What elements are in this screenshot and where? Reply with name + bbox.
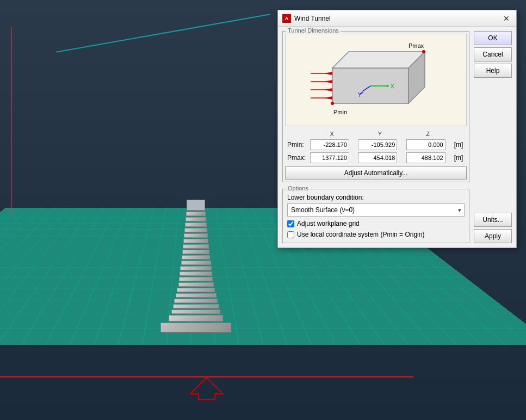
apply-button[interactable]: Apply [474,229,512,243]
dialog-title: Wind Tunnel [294,15,501,22]
cancel-button[interactable]: Cancel [474,47,512,61]
wind-tunnel-dialog: A Wind Tunnel ✕ Tunnel Dimensions [277,10,517,248]
units-button[interactable]: Units... [474,213,512,227]
pmax-unit: [m] [452,151,467,164]
dialog-main-content: Tunnel Dimensions [282,31,469,243]
svg-text:Pmin: Pmin [333,109,347,115]
tunnel-dimensions-group: Tunnel Dimensions [282,31,469,182]
dialog-body: Tunnel Dimensions [278,27,516,248]
adjust-workplane-row: Adjust workplane grid [287,220,465,227]
cyan-axis-line [56,14,270,52]
adjust-automatically-button[interactable]: Adjust Automatically... [285,166,467,180]
lower-boundary-select[interactable]: Smooth Surface (v=0) Rough Surface Custo… [287,203,465,217]
adjust-workplane-checkbox[interactable] [287,220,294,227]
svg-marker-0 [190,378,223,399]
pmax-x-input[interactable] [310,152,349,163]
dialog-titlebar: A Wind Tunnel ✕ [278,10,516,27]
local-coordinate-checkbox[interactable] [287,231,294,238]
ok-button[interactable]: OK [474,31,512,45]
options-group: Options Lower boundary condition: Smooth… [282,189,469,243]
left-axis-line [11,27,12,218]
help-button[interactable]: Help [474,64,512,78]
building-model [163,199,228,333]
pmin-label: Pmin: [285,138,308,151]
svg-text:Pmax: Pmax [409,42,424,49]
pmin-y-input[interactable] [358,139,397,150]
pmax-label: Pmax: [285,151,308,164]
svg-point-21 [331,102,334,105]
svg-text:X: X [391,83,394,89]
pmin-unit: [m] [452,138,467,151]
dialog-app-icon: A [282,14,291,23]
pmin-z-input[interactable] [406,139,445,150]
adjust-workplane-label: Adjust workplane grid [297,220,360,227]
arrow-indicator [185,375,228,404]
svg-point-19 [422,50,425,53]
pmax-y-input[interactable] [358,152,397,163]
col-header-z: Z [404,129,452,138]
local-coordinate-label: Use local coordinate system (Pmin = Orig… [297,231,424,238]
svg-text:Y: Y [358,92,362,98]
lower-boundary-label: Lower boundary condition: [287,194,465,201]
pmax-z-input[interactable] [406,152,445,163]
pmin-x-input[interactable] [310,139,349,150]
tunnel-dimensions-label: Tunnel Dimensions [286,27,341,34]
dialog-close-button[interactable]: ✕ [501,13,512,24]
dialog-button-panel: OK Cancel Help Units... Apply [474,31,512,243]
options-label: Options [286,185,310,192]
lower-boundary-select-wrapper: Smooth Surface (v=0) Rough Surface Custo… [287,203,465,217]
tunnel-diagram: X Y Pmax Pmin [285,34,467,126]
local-coord-row: Use local coordinate system (Pmin = Orig… [287,231,465,238]
col-header-x: X [308,129,356,138]
coord-table: X Y Z Pmin: [m] [285,129,467,164]
col-header-y: Y [356,129,404,138]
